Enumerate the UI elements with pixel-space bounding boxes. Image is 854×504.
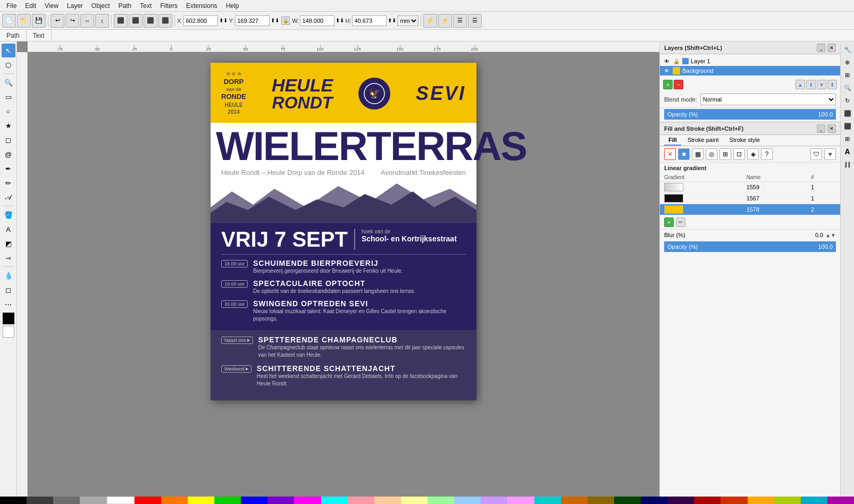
open-button[interactable]: 📁 (17, 14, 31, 28)
lock-proportions-button[interactable]: 🔓 (281, 16, 290, 25)
color-orange[interactable] (161, 497, 188, 504)
x-spin[interactable]: ⬆⬇ (219, 18, 228, 23)
snap-far-button[interactable]: 🔧 (842, 44, 853, 55)
color-green[interactable] (214, 497, 241, 504)
star-tool[interactable]: ★ (2, 119, 15, 132)
script-button[interactable]: ∥∥ (842, 158, 853, 170)
gradient-row-2[interactable]: 1567 1 (660, 193, 840, 204)
eyedropper-tool[interactable]: 💧 (2, 268, 15, 282)
rotate-button[interactable]: ↻ (842, 95, 853, 106)
menu-path[interactable]: Path (114, 0, 136, 11)
color-teal[interactable] (534, 497, 561, 504)
grid-button[interactable]: ⊞ (842, 69, 853, 81)
fill-heart-button[interactable]: ♥ (824, 148, 836, 160)
paint-server-button[interactable]: ◈ (747, 148, 759, 160)
symbols-button[interactable]: ⊞ (842, 133, 853, 145)
layers-far-button[interactable]: ⬛ (842, 107, 853, 119)
menu-file[interactable]: File (2, 0, 21, 11)
align-left-button[interactable]: ⬛ (114, 14, 128, 28)
snap2-button[interactable]: ⚡ (438, 14, 452, 28)
menu-text[interactable]: Text (136, 0, 156, 11)
color-dark-yellow[interactable] (588, 497, 614, 504)
color-cyan[interactable] (321, 497, 348, 504)
eraser-tool[interactable]: ◻ (2, 283, 15, 297)
unknown-button[interactable]: ? (761, 148, 773, 160)
move-layer-down-button[interactable]: ▼ (817, 80, 826, 89)
pen-tool[interactable]: ✒ (2, 162, 15, 175)
new-button[interactable]: 📄 (2, 14, 16, 28)
path-tab[interactable]: Path (0, 30, 27, 41)
fill-tab[interactable]: Fill (664, 135, 681, 146)
menu-extensions[interactable]: Extensions (182, 0, 222, 11)
guides-button[interactable]: ⊕ (842, 56, 853, 68)
color-blue[interactable] (241, 497, 267, 504)
color-dark-purple[interactable] (667, 497, 694, 504)
menu-layer[interactable]: Layer (63, 0, 87, 11)
linear-gradient-button[interactable]: ▦ (692, 148, 704, 160)
objects-button[interactable]: ⬛ (842, 120, 853, 132)
text-tool[interactable]: A (2, 222, 15, 236)
menu-object[interactable]: Object (87, 0, 114, 11)
fill-minimize-button[interactable]: _ (817, 124, 825, 133)
background-eye[interactable]: 👁 (663, 67, 671, 74)
pencil-tool[interactable]: ✏ (2, 176, 15, 190)
fill-shield-button[interactable]: 🛡 (810, 148, 822, 160)
h-spin[interactable]: ⬆⬇ (388, 18, 396, 23)
move-layer-top-button[interactable]: ⬆ (806, 80, 816, 89)
align-right-button[interactable]: ⬛ (144, 14, 157, 28)
blur-spin-up[interactable]: ▲ (825, 232, 831, 238)
color-light-magenta[interactable] (507, 497, 534, 504)
color-dark-red[interactable] (694, 497, 721, 504)
color-light-blue[interactable] (454, 497, 481, 504)
color-gray[interactable] (53, 497, 80, 504)
color-purple[interactable] (267, 497, 294, 504)
menu-help[interactable]: Help (222, 0, 244, 11)
gradient-row-1[interactable]: 1559 1 (660, 182, 840, 193)
color-yellow[interactable] (188, 497, 214, 504)
color-pink[interactable] (348, 497, 374, 504)
color-sky[interactable] (801, 497, 827, 504)
layers-minimize-button[interactable]: _ (817, 44, 825, 52)
snap3-button[interactable]: ☰ (453, 14, 467, 28)
spiral-tool[interactable]: @ (2, 147, 15, 161)
calligraphy-tool[interactable]: 𝒜 (2, 190, 15, 204)
background-row[interactable]: 👁 Background (660, 66, 840, 75)
align-top-button[interactable]: ⬛ (158, 14, 172, 28)
color-white[interactable] (107, 497, 135, 504)
gradient-tool[interactable]: ◩ (2, 237, 15, 250)
snap4-button[interactable]: ☰ (468, 14, 482, 28)
bg-color[interactable] (3, 326, 14, 338)
fill-close-button[interactable]: ✕ (827, 124, 836, 133)
menu-filters[interactable]: Filters (156, 0, 182, 11)
y-input[interactable] (235, 15, 270, 26)
layer-1-eye[interactable]: 👁 (663, 57, 671, 65)
circle-tool[interactable]: ○ (2, 104, 15, 118)
align-center-button[interactable]: ⬛ (129, 14, 143, 28)
3d-box-tool[interactable]: ◻ (2, 133, 15, 147)
color-light-green[interactable] (428, 497, 454, 504)
color-lime[interactable] (774, 497, 801, 504)
fg-color[interactable] (3, 313, 14, 324)
color-amber[interactable] (748, 497, 774, 504)
blend-select[interactable]: Normal (700, 94, 836, 105)
swatch-button[interactable]: ⊡ (733, 148, 745, 160)
background-lock[interactable] (673, 67, 680, 74)
flip-h-button[interactable]: ↔ (80, 14, 94, 28)
w-input[interactable] (300, 15, 334, 26)
move-layer-up-button[interactable]: ▲ (796, 80, 805, 89)
color-peach[interactable] (374, 497, 401, 504)
color-darkgray[interactable] (27, 497, 53, 504)
flip-v-button[interactable]: ↕ (95, 14, 109, 28)
blur-spin-down[interactable]: ▼ (831, 232, 836, 238)
layer-opacity-bar[interactable]: Opacity (%) 100.0 (664, 109, 836, 120)
node-tool[interactable]: ⬡ (2, 58, 15, 72)
move-layer-bottom-button[interactable]: ⬇ (827, 80, 837, 89)
save-button[interactable]: 💾 (32, 14, 46, 28)
radial-gradient-button[interactable]: ◎ (706, 148, 717, 160)
color-lightgray[interactable] (80, 497, 106, 504)
snap-button[interactable]: ⚡ (423, 14, 437, 28)
rect-tool[interactable]: ▭ (2, 90, 15, 104)
text-far-button[interactable]: A (842, 146, 853, 157)
flat-color-button[interactable]: ■ (678, 148, 690, 160)
redo-button[interactable]: ↪ (65, 14, 79, 28)
